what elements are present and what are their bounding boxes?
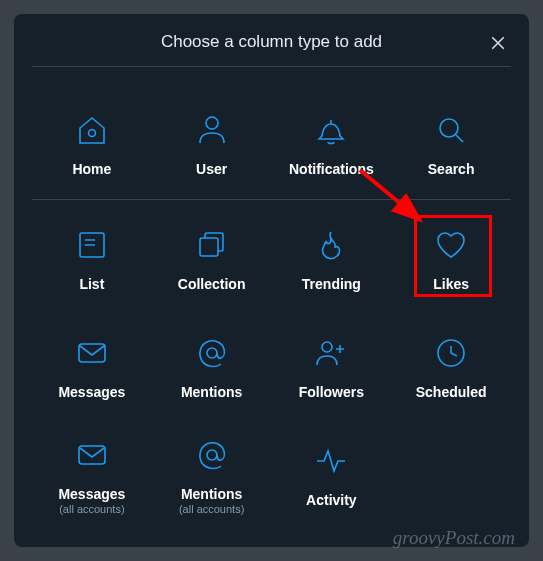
column-option-list[interactable]: List [32, 202, 152, 310]
column-option-activity[interactable]: Activity [272, 418, 392, 526]
svg-rect-10 [79, 446, 105, 464]
column-option-sublabel: (all accounts) [59, 503, 124, 515]
column-option-label: Likes [433, 276, 469, 292]
svg-point-2 [440, 119, 458, 137]
close-button[interactable] [485, 30, 511, 60]
column-option-label: Home [72, 161, 111, 177]
close-icon [489, 38, 507, 55]
column-option-label: Messages [58, 384, 125, 400]
column-type-modal: Choose a column type to add Home User No [14, 14, 529, 547]
envelope-icon [74, 328, 110, 378]
column-option-label: User [196, 161, 227, 177]
heart-icon [433, 220, 469, 270]
column-option-user[interactable]: User [152, 87, 272, 195]
column-option-likes[interactable]: Likes [391, 202, 511, 310]
column-option-label: Scheduled [416, 384, 487, 400]
person-plus-icon [313, 328, 349, 378]
column-option-scheduled[interactable]: Scheduled [391, 310, 511, 418]
column-option-home[interactable]: Home [32, 87, 152, 195]
envelope-icon [74, 430, 110, 480]
column-option-followers[interactable]: Followers [272, 310, 392, 418]
bell-icon [313, 105, 349, 155]
home-icon [74, 105, 110, 155]
svg-rect-5 [200, 238, 218, 256]
column-option-label: Collection [178, 276, 246, 292]
column-option-mentions-all[interactable]: Mentions (all accounts) [152, 418, 272, 526]
column-option-label: Activity [306, 492, 357, 508]
column-option-label: Trending [302, 276, 361, 292]
svg-point-8 [322, 342, 332, 352]
list-icon [74, 220, 110, 270]
modal-title: Choose a column type to add [161, 32, 382, 52]
column-option-messages-all[interactable]: Messages (all accounts) [32, 418, 152, 526]
divider [32, 199, 511, 200]
column-option-label: Notifications [289, 161, 374, 177]
column-option-trending[interactable]: Trending [272, 202, 392, 310]
column-option-collection[interactable]: Collection [152, 202, 272, 310]
search-icon [433, 105, 469, 155]
svg-point-1 [206, 117, 218, 129]
column-type-grid: Home User Notifications Search [14, 67, 529, 526]
column-option-label: Mentions [181, 486, 242, 502]
column-option-search[interactable]: Search [391, 87, 511, 195]
collection-icon [194, 220, 230, 270]
column-option-notifications[interactable]: Notifications [272, 87, 392, 195]
svg-rect-6 [79, 344, 105, 362]
column-option-label: Search [428, 161, 475, 177]
svg-point-7 [207, 348, 217, 358]
column-option-mentions[interactable]: Mentions [152, 310, 272, 418]
column-option-label: Mentions [181, 384, 242, 400]
svg-point-0 [88, 130, 95, 137]
svg-point-11 [207, 450, 217, 460]
flame-icon [313, 220, 349, 270]
column-option-messages[interactable]: Messages [32, 310, 152, 418]
user-icon [194, 105, 230, 155]
column-option-sublabel: (all accounts) [179, 503, 244, 515]
column-option-label: Messages [58, 486, 125, 502]
column-option-label: Followers [299, 384, 364, 400]
at-icon [194, 328, 230, 378]
at-icon [194, 430, 230, 480]
modal-header: Choose a column type to add [32, 32, 511, 67]
column-option-label: List [79, 276, 104, 292]
clock-icon [433, 328, 469, 378]
activity-icon [313, 436, 349, 486]
